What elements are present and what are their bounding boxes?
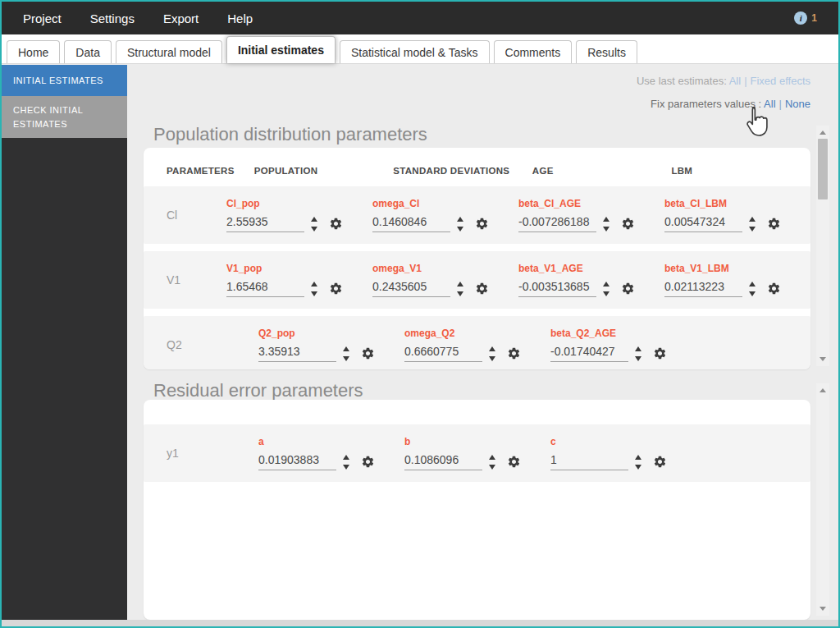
gear-icon[interactable] — [767, 217, 781, 231]
stepper-up-icon[interactable] — [343, 346, 349, 351]
tab-initial-estimates[interactable]: Initial estimates — [226, 36, 336, 63]
gear-icon[interactable] — [329, 217, 343, 231]
gear-icon[interactable] — [507, 346, 521, 360]
gear-icon[interactable] — [653, 346, 667, 360]
stepper-up-icon[interactable] — [457, 217, 463, 222]
parameter-input[interactable] — [404, 345, 482, 362]
menu-item-help[interactable]: Help — [227, 11, 253, 25]
value-stepper[interactable] — [311, 282, 317, 296]
stepper-up-icon[interactable] — [457, 282, 463, 286]
info-icon[interactable]: i — [794, 11, 807, 25]
gear-icon[interactable] — [507, 455, 521, 469]
stepper-up-icon[interactable] — [603, 282, 609, 286]
stepper-down-icon[interactable] — [635, 356, 641, 361]
value-stepper[interactable] — [457, 282, 463, 296]
sidebar-item-initial-estimates[interactable]: INITIAL ESTIMATES — [2, 65, 127, 96]
stepper-down-icon[interactable] — [457, 227, 463, 231]
gear-icon[interactable] — [767, 282, 781, 296]
tab-results[interactable]: Results — [576, 40, 637, 63]
value-stepper[interactable] — [749, 282, 756, 296]
tab-statistical-model-tasks[interactable]: Statistical model & Tasks — [340, 40, 490, 63]
stepper-down-icon[interactable] — [635, 465, 641, 470]
gear-icon[interactable] — [475, 282, 489, 296]
tab-comments[interactable]: Comments — [494, 40, 573, 63]
stepper-up-icon[interactable] — [311, 217, 317, 222]
gear-icon[interactable] — [329, 282, 343, 296]
stepper-down-icon[interactable] — [343, 356, 349, 361]
stepper-down-icon[interactable] — [311, 227, 317, 231]
scrollbar-thumb[interactable] — [818, 139, 828, 199]
column-header-standard-deviations: STANDARD DEVIATIONS — [393, 166, 532, 176]
parameter-input[interactable] — [550, 345, 628, 362]
stepper-up-icon[interactable] — [635, 346, 641, 351]
value-stepper[interactable] — [489, 455, 495, 470]
value-stepper[interactable] — [603, 217, 609, 231]
parameter-row: Cl Cl_pop omega_Cl — [144, 186, 810, 244]
parameter-input[interactable] — [226, 215, 304, 232]
gear-icon[interactable] — [361, 455, 375, 469]
parameter-input[interactable] — [258, 345, 336, 362]
parameter-input[interactable] — [664, 280, 742, 297]
tab-data[interactable]: Data — [64, 40, 112, 63]
stepper-up-icon[interactable] — [635, 455, 641, 460]
scroll-down-icon[interactable] — [819, 607, 826, 611]
value-stepper[interactable] — [603, 282, 609, 296]
value-stepper[interactable] — [489, 346, 495, 361]
gear-icon[interactable] — [653, 455, 667, 469]
parameter-input[interactable] — [518, 215, 596, 232]
stepper-down-icon[interactable] — [311, 291, 317, 296]
scroll-down-icon[interactable] — [819, 357, 826, 361]
parameter-input[interactable] — [226, 280, 304, 297]
tab-home[interactable]: Home — [7, 40, 60, 63]
scroll-up-icon[interactable] — [819, 388, 826, 392]
gear-icon[interactable] — [475, 217, 489, 231]
value-stepper[interactable] — [311, 217, 317, 231]
stepper-up-icon[interactable] — [343, 455, 349, 460]
parameter-name: V1 — [167, 273, 226, 286]
sidebar-item-check-initial-estimates[interactable]: CHECK INITIAL ESTIMATES — [2, 96, 127, 138]
stepper-down-icon[interactable] — [489, 356, 495, 361]
stepper-up-icon[interactable] — [311, 282, 317, 286]
parameter-cell: beta_Cl_AGE — [518, 198, 664, 232]
stepper-down-icon[interactable] — [489, 465, 495, 470]
stepper-down-icon[interactable] — [343, 465, 349, 470]
link-none[interactable]: None — [785, 98, 810, 110]
gear-icon[interactable] — [621, 282, 635, 296]
parameter-input[interactable] — [258, 453, 336, 470]
link-all[interactable]: All — [764, 98, 775, 110]
stepper-up-icon[interactable] — [489, 455, 495, 460]
value-stepper[interactable] — [749, 217, 756, 231]
scroll-up-icon[interactable] — [819, 131, 826, 135]
parameter-input[interactable] — [404, 453, 482, 470]
cell-controls — [258, 345, 404, 362]
tab-structural-model[interactable]: Structural model — [116, 40, 222, 63]
link-fixed-effects[interactable]: Fixed effects — [751, 75, 810, 87]
stepper-up-icon[interactable] — [749, 217, 756, 222]
value-stepper[interactable] — [457, 217, 463, 231]
stepper-up-icon[interactable] — [603, 217, 609, 222]
menu-item-project[interactable]: Project — [23, 11, 62, 25]
residual-scrollbar[interactable] — [816, 383, 829, 616]
link-all[interactable]: All — [729, 75, 741, 87]
value-stepper[interactable] — [343, 346, 349, 361]
menu-item-settings[interactable]: Settings — [90, 11, 135, 25]
stepper-up-icon[interactable] — [749, 282, 756, 286]
value-stepper[interactable] — [343, 455, 349, 470]
parameter-input[interactable] — [372, 280, 450, 297]
parameter-input[interactable] — [664, 215, 742, 232]
value-stepper[interactable] — [635, 455, 641, 470]
stepper-down-icon[interactable] — [603, 291, 609, 296]
stepper-down-icon[interactable] — [457, 291, 463, 296]
value-stepper[interactable] — [635, 346, 641, 361]
stepper-down-icon[interactable] — [603, 227, 609, 231]
menu-item-export[interactable]: Export — [163, 11, 199, 25]
gear-icon[interactable] — [361, 346, 375, 360]
gear-icon[interactable] — [621, 217, 635, 231]
parameter-input[interactable] — [372, 215, 450, 232]
population-scrollbar[interactable] — [816, 126, 829, 366]
parameter-input[interactable] — [550, 453, 628, 470]
stepper-down-icon[interactable] — [749, 227, 756, 231]
stepper-down-icon[interactable] — [749, 291, 756, 296]
stepper-up-icon[interactable] — [489, 346, 495, 351]
parameter-input[interactable] — [518, 280, 596, 297]
